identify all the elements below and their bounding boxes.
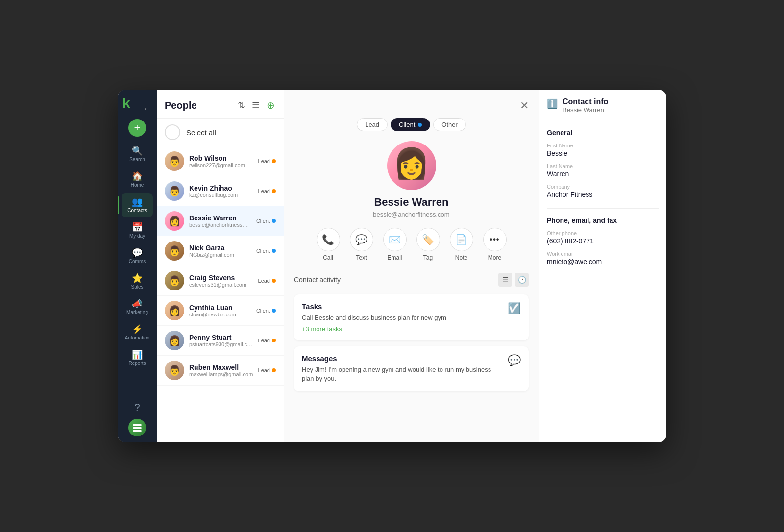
sort-button[interactable]: ⇅ [237, 99, 246, 112]
sidebar-item-label-home: Home [131, 182, 144, 188]
contact-name: Penny Stuart [189, 334, 253, 341]
contacts-icon: 👥 [132, 197, 143, 206]
select-all-label: Select all [186, 128, 216, 137]
tab-client-label: Client [399, 121, 415, 128]
sidebar-item-contacts[interactable]: 👥 Contacts [122, 193, 153, 217]
general-title: General [547, 129, 659, 137]
sidebar-item-sales[interactable]: ⭐ Sales [122, 270, 153, 293]
sidebar-item-search[interactable]: 🔍 Search [122, 143, 153, 166]
info-circle-icon: ℹ️ [547, 98, 558, 109]
contact-info: Rob Wilson rwilson227@gmail.com [189, 154, 253, 168]
tasks-title: Tasks [302, 302, 502, 311]
contact-badge: Lead [258, 188, 276, 194]
fab-add-button[interactable]: + [128, 119, 146, 137]
help-icon[interactable]: ? [134, 402, 140, 413]
contact-avatar: 👩 [165, 331, 184, 350]
contact-name: Craig Stevens [189, 274, 253, 282]
people-actions: ⇅ ☰ ⊕ [237, 98, 276, 112]
contact-badge: Client [256, 218, 276, 224]
tab-other[interactable]: Other [433, 118, 466, 131]
contact-name: Bessie Warren [189, 214, 251, 222]
select-all-checkbox[interactable] [165, 124, 180, 140]
tag-button[interactable]: 🏷️ Tag [416, 228, 440, 261]
app-logo: k [122, 96, 129, 111]
tasks-card: Tasks Call Bessie and discuss business p… [294, 294, 529, 340]
activity-clock-icon[interactable]: 🕐 [515, 273, 529, 287]
sidebar-item-marketing[interactable]: 📣 Marketing [122, 295, 153, 319]
close-button[interactable]: ✕ [520, 99, 529, 112]
contact-badge: Lead [258, 158, 276, 164]
tag-icon: 🏷️ [416, 228, 440, 251]
collapse-icon[interactable]: → [140, 104, 152, 113]
badge-label: Client [256, 218, 270, 224]
contact-email: maxwelllamps@gmail.com [189, 371, 253, 377]
people-title: People [165, 100, 197, 111]
contact-avatar: 👨 [165, 181, 184, 201]
contact-avatar: 👨 [165, 361, 184, 380]
contact-avatar: 👩 [165, 301, 184, 320]
sidebar-item-label-reports: Reports [128, 361, 146, 366]
contact-email: cluan@newbiz.com [189, 312, 251, 317]
email-label: Email [387, 254, 402, 261]
contact-item-5[interactable]: 👨 Craig Stevens cstevens31@gmail.com Lea… [157, 266, 284, 296]
info-divider [547, 208, 659, 209]
first-name-label: First Name [547, 143, 659, 148]
badge-label: Lead [258, 338, 270, 343]
last-name-value: Warren [547, 170, 659, 178]
contact-info: Nick Garza NGbiz@gmail.com [189, 244, 251, 258]
phone-email-title: Phone, email, and fax [547, 217, 659, 224]
company-value: Anchor Fitness [547, 191, 659, 198]
contact-email: NGbiz@gmail.com [189, 252, 251, 258]
messages-icon: 💬 [508, 354, 521, 367]
call-button[interactable]: 📞 Call [317, 228, 340, 261]
sidebar-item-comms[interactable]: 💬 Comms [122, 244, 153, 268]
contact-item-4[interactable]: 👨 Nick Garza NGbiz@gmail.com Client [157, 236, 284, 266]
sidebar-item-reports[interactable]: 📊 Reports [122, 346, 153, 370]
activity-view-icon[interactable]: ☰ [498, 273, 512, 287]
other-phone-label: Other phone [547, 230, 659, 236]
sidebar-item-automation[interactable]: ⚡ Automation [122, 321, 153, 344]
tasks-more-link[interactable]: +3 more tasks [302, 325, 502, 333]
add-contact-button[interactable]: ⊕ [266, 98, 276, 112]
tab-lead[interactable]: Lead [357, 118, 388, 131]
contact-item-8[interactable]: 👨 Ruben Maxwell maxwelllamps@gmail.com L… [157, 356, 284, 386]
contact-info: Ruben Maxwell maxwelllamps@gmail.com [189, 363, 253, 377]
contact-item-2[interactable]: 👨 Kevin Zhihao kz@consultbug.com Lead [157, 176, 284, 206]
sidebar-item-home[interactable]: 🏠 Home [122, 168, 153, 192]
filter-button[interactable]: ☰ [251, 99, 261, 112]
badge-dot [272, 279, 276, 283]
contact-avatar: 👨 [165, 151, 184, 171]
contact-item-1[interactable]: 👨 Rob Wilson rwilson227@gmail.com Lead [157, 146, 284, 176]
more-button[interactable]: ••• More [483, 228, 507, 261]
email-button[interactable]: ✉️ Email [383, 228, 407, 261]
info-panel: ℹ️ Contact info Bessie Warren General Fi… [539, 90, 666, 442]
company-field: Company Anchor Fitness [547, 184, 659, 198]
info-panel-title: Contact info [563, 97, 608, 106]
contact-name: Ruben Maxwell [189, 363, 253, 371]
contact-email: pstuartcats930@gmail.com [189, 341, 253, 347]
contact-name: Nick Garza [189, 244, 251, 252]
filter-tabs: Lead Client Other [294, 118, 529, 131]
user-avatar[interactable] [128, 419, 146, 436]
contact-email: cstevens31@gmail.com [189, 282, 253, 288]
contact-name: Rob Wilson [189, 154, 253, 162]
contact-item-3[interactable]: 👩 Bessie Warren bessie@anchorfitness.com… [157, 206, 284, 236]
people-header: People ⇅ ☰ ⊕ [157, 90, 284, 119]
first-name-value: Bessie [547, 149, 659, 157]
profile-name: Bessie Warren [374, 196, 448, 209]
sidebar-item-label-search: Search [129, 157, 145, 162]
client-dot [418, 123, 422, 127]
note-label: Note [455, 254, 467, 261]
contact-info: Craig Stevens cstevens31@gmail.com [189, 274, 253, 288]
contact-item-7[interactable]: 👩 Penny Stuart pstuartcats930@gmail.com … [157, 326, 284, 356]
tasks-icon: ☑️ [508, 302, 521, 315]
tab-client[interactable]: Client [391, 118, 430, 131]
contact-avatar: 👨 [165, 241, 184, 261]
contact-name: Kevin Zhihao [189, 184, 253, 192]
email-icon: ✉️ [383, 228, 407, 251]
contact-detail-panel: ✕ Lead Client Other Bessie Warren bessie… [284, 90, 539, 442]
contact-item-6[interactable]: 👩 Cynthia Luan cluan@newbiz.com Client [157, 296, 284, 326]
note-button[interactable]: 📄 Note [450, 228, 473, 261]
text-button[interactable]: 💬 Text [350, 228, 373, 261]
sidebar-item-myday[interactable]: 📅 My day [122, 219, 153, 242]
